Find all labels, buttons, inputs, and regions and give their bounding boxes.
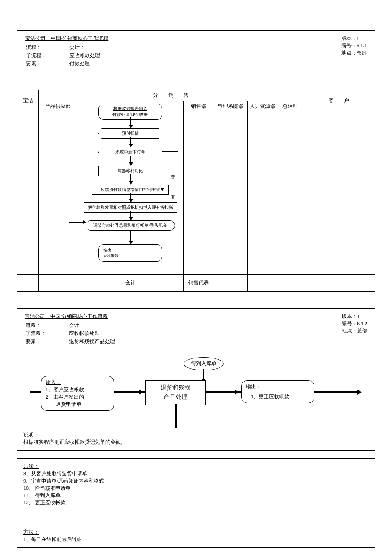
n1b: 付款处理/现金收据 — [101, 112, 159, 118]
d2-flow: 得到入库单 输入： 1、客户应收帐款 2、由客户发出的 退货申请单 退货和残损 … — [17, 355, 375, 427]
d1-r2-l: 要素： — [26, 60, 69, 67]
lbl-yes: 有 — [171, 194, 175, 200]
d2-r2-l: 要素： — [26, 338, 68, 345]
d1-m1: 编号：6.1.1 — [341, 42, 367, 49]
d1-r0-l: 流程： — [26, 44, 69, 51]
d2-s0: 8、从客户处取得退货申请单 — [23, 470, 369, 477]
d2-steps: 步骤： 8、从客户处取得退货申请单 9、审查申请单/原始凭证内容和格式 10、 … — [17, 458, 375, 511]
d2-desc: 说明： 根据核实程序更正应收帐款贷记凭单的金额。 — [17, 427, 375, 451]
n7: 调节付款处理总额和银行帐单/手头现金 — [93, 223, 167, 228]
swimlane-grid: 宝洁 分 销 售 客 户 产品供应部 财务部 销售部 管理系统部 人力资源部 总… — [17, 90, 375, 291]
left-elbow-head — [83, 220, 86, 224]
d2-proc-down — [175, 404, 177, 428]
diagram-2: 宝洁公司—中国/分销商核心工作流程 流程：会计 子流程：应收帐款处理 要素：退货… — [17, 308, 375, 548]
d2-out-t: 输出： — [246, 383, 310, 390]
d2-r0-v: 会计 — [69, 322, 119, 329]
d2-top: 得到入库单 — [191, 361, 216, 367]
d1-r1-l: 子流程： — [26, 52, 69, 59]
d2-output: 输出： 1、更正应收帐款 — [241, 380, 314, 403]
left-elbow-top — [69, 222, 84, 223]
d2-title: 宝洁公司—中国/分销商核心工作流程 — [25, 313, 120, 320]
lane-left: 宝洁 — [17, 90, 39, 112]
left-elbow-bot — [69, 207, 83, 207]
lbl-no: 无 — [171, 174, 175, 180]
d2-header: 宝洁公司—中国/分销商核心工作流程 流程：会计 子流程：应收帐款处理 要素：退货… — [17, 308, 375, 355]
d1-r0-v: 会计： — [69, 44, 104, 51]
d2-r1-l: 子流程： — [26, 330, 68, 337]
lane-c2: 销售部 — [184, 101, 213, 112]
foot-fin: 会计 — [77, 275, 184, 291]
lane-right: 客 户 — [303, 90, 375, 112]
d2-p1: 退货和残损 — [150, 383, 201, 393]
n5: 反馈预付款信息给信用控制主管 — [101, 187, 160, 192]
lane-c0: 产品供应部 — [39, 101, 77, 112]
d1-r1-v: 应收帐款处理 — [69, 52, 104, 59]
d2-s4: 12、 更正应收帐款 — [23, 499, 369, 506]
d2-desc-t: 说明： — [23, 431, 369, 439]
lane-c3: 管理系统部 — [213, 101, 248, 112]
page-top-rule — [17, 9, 375, 9]
d2-in-2: 2、由客户发出的 — [46, 393, 110, 401]
d2-s3: 11、 得到入库单 — [23, 492, 369, 499]
elbow-no-head — [161, 188, 164, 191]
lane-group: 分 销 售 — [39, 90, 303, 101]
col-finance: 根据收款报告输入 付款处理/现金收据 预付帐款 系统中新下订单 — [77, 112, 183, 274]
elbow-no — [162, 151, 178, 189]
d2-m2: 地点：总部 — [342, 327, 367, 335]
d2-in-3: 退货申请单 — [46, 401, 110, 408]
node-output: 输出: 应收帐款 — [98, 244, 162, 262]
n4: 与赊帐相对比 — [118, 168, 143, 173]
d2-m1: 编号：6.1.2 — [342, 320, 367, 327]
d2-method: 方法： 1、每日在结帐前最后过帐 — [17, 524, 375, 548]
d2-steps-t: 步骤： — [23, 463, 369, 470]
foot-sales: 销售代表 — [184, 275, 213, 291]
d2-input: 输入： 1、客户应收帐款 2、由客户发出的 退货申请单 — [41, 376, 114, 411]
d2-arr1 — [139, 390, 143, 395]
d2-r0-l: 流程： — [26, 322, 68, 329]
n6: 把付款和发票相对照或把折扣过入现有折扣帐 — [88, 205, 173, 210]
d2-r2-v: 退货和残损产品处理 — [69, 338, 119, 345]
d2-method-b: 1、每日在结帐前最后过帐 — [23, 536, 369, 543]
out_v: 应收帐款 — [103, 253, 158, 259]
d2-method-t: 方法： — [23, 529, 369, 536]
d2-p2: 产品处理 — [150, 393, 201, 402]
d2-arr2 — [235, 390, 239, 395]
gap2 — [17, 511, 375, 524]
gap1 — [17, 451, 375, 458]
d2-arr3 — [357, 390, 362, 395]
d1-title: 宝洁公司—中国/分销商核心工作流程 — [25, 35, 108, 42]
d1-m0: 版本：1 — [341, 35, 367, 42]
diagram-1: 宝洁公司—中国/分销商核心工作流程 流程：会计： 子流程：应收帐款处理 要素：付… — [17, 30, 375, 292]
lane-c4: 人力资源部 — [248, 101, 277, 112]
d2-m0: 版本：1 — [342, 313, 367, 320]
n1a: 根据收款报告输入 — [101, 106, 159, 112]
d1-header: 宝洁公司—中国/分销商核心工作流程 流程：会计： 子流程：应收帐款处理 要素：付… — [17, 30, 375, 77]
d2-top-vline — [203, 369, 204, 379]
d2-process: 退货和残损 产品处理 — [145, 380, 206, 405]
out_t: 输出: — [103, 247, 158, 253]
node-reconcile: 调节付款处理总额和银行帐单/手头现金 — [86, 220, 175, 231]
d1-r2-v: 付款处理 — [69, 60, 104, 67]
d2-s2: 10、 恰当核准申请单 — [23, 485, 369, 492]
left-elbow — [69, 207, 78, 223]
d1-m2: 地点：总部 — [341, 49, 367, 57]
d2-in-1: 1、客户应收帐款 — [46, 386, 110, 393]
d2-s1: 9、审查申请单/原始凭证内容和格式 — [23, 477, 369, 485]
col-supply — [39, 112, 77, 274]
d2-desc-b: 根据核实程序更正应收帐款贷记凭单的金额。 — [23, 439, 369, 446]
d2-out-1: 1、更正应收帐款 — [246, 393, 310, 400]
d2-in-t: 输入： — [46, 379, 110, 386]
d2-top-oval: 得到入库单 — [184, 357, 224, 370]
d2-r1-v: 应收帐款处理 — [69, 330, 119, 337]
lane-c5: 总经理 — [277, 101, 303, 112]
